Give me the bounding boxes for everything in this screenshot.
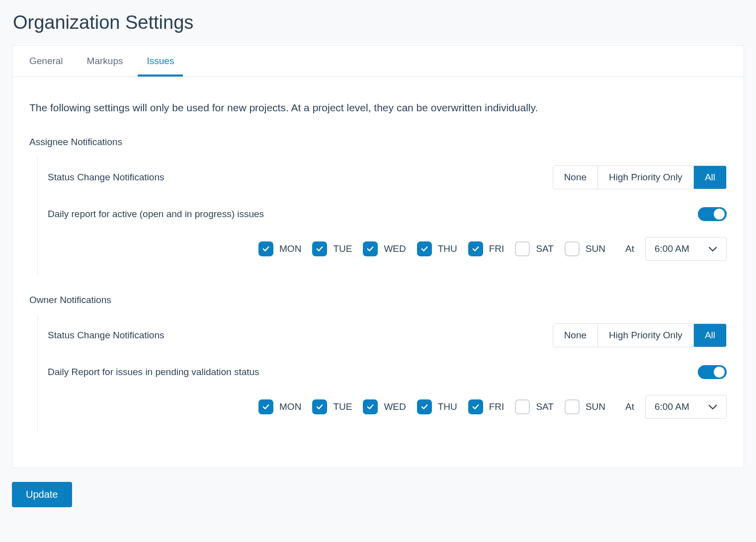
owner-day-wed-label: WED (384, 401, 406, 412)
owner-day-sun-checkbox[interactable] (565, 399, 580, 414)
owner-time-select[interactable]: 6:00 AM (645, 395, 727, 419)
page-title: Organization Settings (13, 12, 744, 33)
owner-day-thu-checkbox[interactable] (417, 399, 432, 414)
owner-status-label: Status Change Notifications (48, 330, 164, 341)
owner-daily-toggle[interactable] (698, 365, 727, 379)
intro-text: The following settings will only be used… (29, 102, 727, 114)
assignee-day-sun-label: SUN (586, 243, 605, 254)
assignee-status-label: Status Change Notifications (48, 172, 164, 183)
owner-day-fri-checkbox[interactable] (468, 399, 483, 414)
assignee-days-row: MONTUEWEDTHUFRISATSUNAt 6:00 AM (38, 230, 727, 275)
assignee-day-sun: SUN (565, 241, 605, 256)
owner-day-sun: SUN (565, 399, 605, 414)
owner-day-tue: TUE (312, 399, 352, 414)
chevron-down-icon (708, 404, 717, 410)
assignee-day-sat-label: SAT (536, 243, 554, 254)
tab-general[interactable]: General (20, 46, 72, 77)
assignee-seg-option-none[interactable]: None (553, 166, 597, 189)
owner-day-sun-label: SUN (586, 401, 605, 412)
owner-day-sat-checkbox[interactable] (515, 399, 530, 414)
assignee-day-wed-checkbox[interactable] (363, 241, 378, 256)
assignee-daily-toggle[interactable] (698, 207, 727, 221)
owner-days-row: MONTUEWEDTHUFRISATSUNAt 6:00 AM (38, 388, 727, 433)
assignee-day-mon-label: MON (279, 243, 301, 254)
tab-markups[interactable]: Markups (78, 46, 132, 77)
assignee-day-tue: TUE (312, 241, 352, 256)
assignee-day-thu: THU (417, 241, 457, 256)
owner-daily-label: Daily Report for issues in pending valid… (48, 367, 259, 378)
toggle-knob (714, 209, 725, 220)
assignee-day-tue-checkbox[interactable] (312, 241, 327, 256)
owner-day-mon: MON (258, 399, 301, 414)
assignee-seg-option-all[interactable]: All (693, 166, 726, 189)
chevron-down-icon (708, 246, 717, 252)
assignee-time-select[interactable]: 6:00 AM (645, 237, 727, 261)
owner-status-segment: NoneHigh Priority OnlyAll (553, 323, 727, 347)
assignee-day-wed: WED (363, 241, 406, 256)
assignee-day-sat: SAT (515, 241, 554, 256)
assignee-day-mon: MON (258, 241, 301, 256)
assignee-day-thu-label: THU (438, 243, 457, 254)
owner-day-sat: SAT (515, 399, 554, 414)
assignee-section: Assignee Notifications Status Change Not… (29, 137, 727, 275)
assignee-time-value: 6:00 AM (655, 243, 689, 254)
owner-at-label: At (625, 401, 634, 412)
tabs: GeneralMarkupsIssues (12, 46, 744, 77)
owner-time-value: 6:00 AM (655, 401, 689, 412)
assignee-section-title: Assignee Notifications (29, 137, 727, 148)
assignee-day-fri-checkbox[interactable] (468, 241, 483, 256)
assignee-day-fri-label: FRI (489, 243, 504, 254)
owner-section: Owner Notifications Status Change Notifi… (29, 295, 727, 433)
assignee-at-label: At (625, 243, 634, 254)
assignee-day-tue-label: TUE (333, 243, 352, 254)
owner-seg-option-high[interactable]: High Priority Only (597, 324, 693, 347)
tab-content-issues: The following settings will only be used… (12, 77, 744, 467)
owner-day-wed-checkbox[interactable] (363, 399, 378, 414)
update-button[interactable]: Update (12, 482, 72, 507)
assignee-day-thu-checkbox[interactable] (417, 241, 432, 256)
owner-day-wed: WED (363, 399, 406, 414)
owner-day-fri: FRI (468, 399, 504, 414)
owner-section-title: Owner Notifications (29, 295, 727, 306)
owner-day-tue-label: TUE (333, 401, 352, 412)
assignee-seg-option-high[interactable]: High Priority Only (597, 166, 693, 189)
toggle-knob (714, 367, 725, 378)
owner-day-mon-checkbox[interactable] (258, 399, 273, 414)
owner-day-mon-label: MON (279, 401, 301, 412)
owner-day-fri-label: FRI (489, 401, 504, 412)
owner-seg-option-all[interactable]: All (693, 324, 726, 347)
assignee-day-wed-label: WED (384, 243, 406, 254)
tab-issues[interactable]: Issues (138, 46, 183, 77)
assignee-day-sun-checkbox[interactable] (565, 241, 580, 256)
assignee-day-mon-checkbox[interactable] (258, 241, 273, 256)
settings-card: GeneralMarkupsIssues The following setti… (12, 45, 744, 468)
owner-day-tue-checkbox[interactable] (312, 399, 327, 414)
assignee-day-sat-checkbox[interactable] (515, 241, 530, 256)
owner-seg-option-none[interactable]: None (553, 324, 597, 347)
owner-day-thu: THU (417, 399, 457, 414)
owner-day-sat-label: SAT (536, 401, 554, 412)
assignee-day-fri: FRI (468, 241, 504, 256)
assignee-daily-label: Daily report for active (open and in pro… (48, 209, 264, 220)
owner-day-thu-label: THU (438, 401, 457, 412)
assignee-status-segment: NoneHigh Priority OnlyAll (553, 165, 727, 189)
